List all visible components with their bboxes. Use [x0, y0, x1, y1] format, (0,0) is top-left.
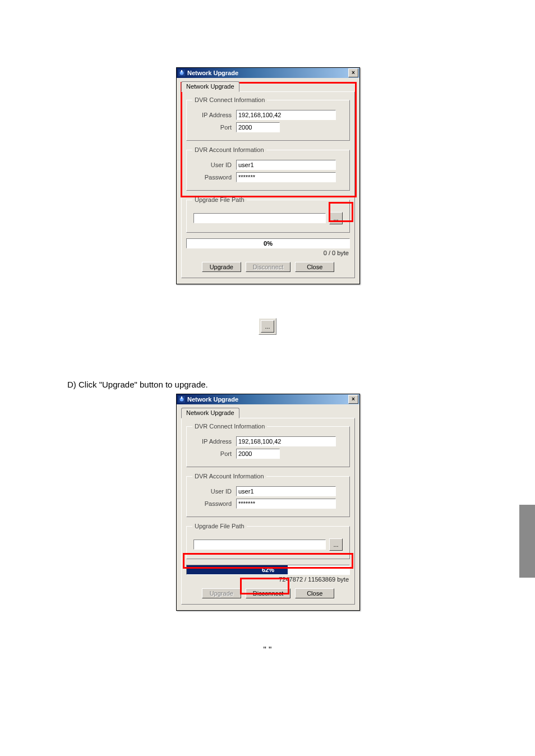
- upgrade-button: Upgrade: [202, 588, 241, 598]
- upgrade-button[interactable]: Upgrade: [202, 262, 241, 272]
- upgrade-button-label: Upgrade: [210, 264, 233, 270]
- input-password[interactable]: [236, 172, 336, 182]
- side-tab: [519, 505, 535, 578]
- browse-button[interactable]: ...: [329, 538, 343, 551]
- label-ip-address: IP Address: [192, 112, 232, 118]
- disconnect-button[interactable]: Disconnect: [246, 588, 290, 598]
- group-upgrade-file: Upgrade File Path ...: [186, 196, 350, 233]
- svg-rect-2: [181, 70, 182, 72]
- close-icon: ×: [352, 397, 355, 402]
- disconnect-button: Disconnect: [246, 262, 290, 272]
- group-account-info: DVR Account Information User ID Password: [186, 473, 350, 517]
- upgrade-button-label: Upgrade: [210, 590, 233, 597]
- label-ip-address: IP Address: [192, 438, 232, 445]
- ellipsis-icon: ...: [333, 541, 338, 548]
- close-button[interactable]: ×: [348, 68, 358, 77]
- dialog-window: Network Upgrade × Network Upgrade DVR Co…: [176, 394, 360, 611]
- progress-bar: 0%: [186, 238, 350, 248]
- bytes-label: 0 / 0 byte: [186, 250, 349, 256]
- group-file-legend: Upgrade File Path: [192, 196, 247, 203]
- input-port[interactable]: [236, 449, 280, 459]
- input-file-path[interactable]: [193, 540, 326, 550]
- group-upgrade-file: Upgrade File Path ...: [186, 523, 350, 559]
- close-button[interactable]: ×: [348, 395, 358, 404]
- close-dialog-button[interactable]: Close: [295, 588, 334, 598]
- input-ip-address[interactable]: [236, 436, 336, 446]
- window-title: Network Upgrade: [187, 70, 238, 76]
- dialog-body: Network Upgrade DVR Connect Information …: [177, 78, 359, 284]
- group-account-legend: DVR Account Information: [192, 473, 266, 480]
- dialog-network-upgrade-1: Network Upgrade × Network Upgrade DVR Co…: [176, 67, 359, 284]
- svg-rect-5: [181, 397, 182, 399]
- button-row: Upgrade Disconnect Close: [186, 588, 350, 598]
- input-ip-address[interactable]: [236, 110, 336, 120]
- disconnect-button-label: Disconnect: [253, 590, 283, 597]
- ellipsis-icon: ...: [333, 215, 338, 222]
- titlebar[interactable]: Network Upgrade ×: [177, 394, 359, 404]
- group-connect-legend: DVR Connect Information: [192, 423, 267, 430]
- dialog-window: Network Upgrade × Network Upgrade DVR Co…: [176, 67, 360, 284]
- dialog-body: Network Upgrade DVR Connect Information …: [177, 404, 359, 610]
- titlebar[interactable]: Network Upgrade ×: [177, 68, 359, 78]
- tab-strip: Network Upgrade: [181, 81, 355, 92]
- close-dialog-button-label: Close: [307, 264, 322, 270]
- app-icon: [178, 395, 186, 403]
- progress-bar: 62%: [186, 565, 350, 575]
- dialog-network-upgrade-2: Network Upgrade × Network Upgrade DVR Co…: [176, 394, 359, 611]
- tab-label: Network Upgrade: [186, 83, 234, 90]
- group-connect-info: DVR Connect Information IP Address Port: [186, 423, 350, 467]
- input-user-id[interactable]: [236, 486, 336, 496]
- input-password[interactable]: [236, 499, 336, 509]
- label-user-id: User ID: [192, 488, 232, 495]
- browse-button[interactable]: ...: [329, 212, 343, 224]
- close-icon: ×: [352, 70, 355, 76]
- close-dialog-button[interactable]: Close: [295, 262, 334, 272]
- footnote: " ": [39, 644, 496, 654]
- tab-panel: DVR Connect Information IP Address Port …: [181, 91, 355, 278]
- ellipsis-icon: ...: [265, 323, 270, 330]
- disconnect-button-label: Disconnect: [253, 264, 283, 270]
- label-port: Port: [192, 124, 232, 131]
- group-connect-info: DVR Connect Information IP Address Port: [186, 96, 350, 141]
- input-user-id[interactable]: [236, 160, 336, 170]
- input-port[interactable]: [236, 122, 280, 132]
- label-password: Password: [192, 174, 232, 181]
- button-row: Upgrade Disconnect Close: [186, 262, 350, 272]
- group-account-legend: DVR Account Information: [192, 146, 266, 153]
- tab-panel: DVR Connect Information IP Address Port …: [181, 418, 355, 605]
- close-dialog-button-label: Close: [307, 590, 322, 597]
- window-title: Network Upgrade: [187, 396, 238, 403]
- label-port: Port: [192, 450, 232, 457]
- label-user-id: User ID: [192, 162, 232, 168]
- group-account-info: DVR Account Information User ID Password: [186, 146, 350, 191]
- input-file-path[interactable]: [193, 213, 326, 223]
- label-password: Password: [192, 500, 232, 507]
- progress-label: 0%: [187, 239, 349, 248]
- app-icon: [178, 69, 186, 77]
- tab-network-upgrade[interactable]: Network Upgrade: [181, 81, 239, 92]
- standalone-browse-button: ...: [259, 318, 276, 335]
- tab-network-upgrade[interactable]: Network Upgrade: [181, 408, 239, 418]
- bytes-label: 7247872 / 11563869 byte: [186, 576, 349, 583]
- browse-button-enlarged[interactable]: ...: [261, 320, 274, 333]
- group-file-legend: Upgrade File Path: [192, 523, 247, 529]
- group-connect-legend: DVR Connect Information: [192, 96, 267, 103]
- tab-strip: Network Upgrade: [181, 408, 355, 418]
- instruction-step-d: D) Click "Upgrade" button to upgrade.: [67, 380, 496, 389]
- progress-label: 62%: [187, 565, 349, 574]
- tab-label: Network Upgrade: [186, 409, 234, 416]
